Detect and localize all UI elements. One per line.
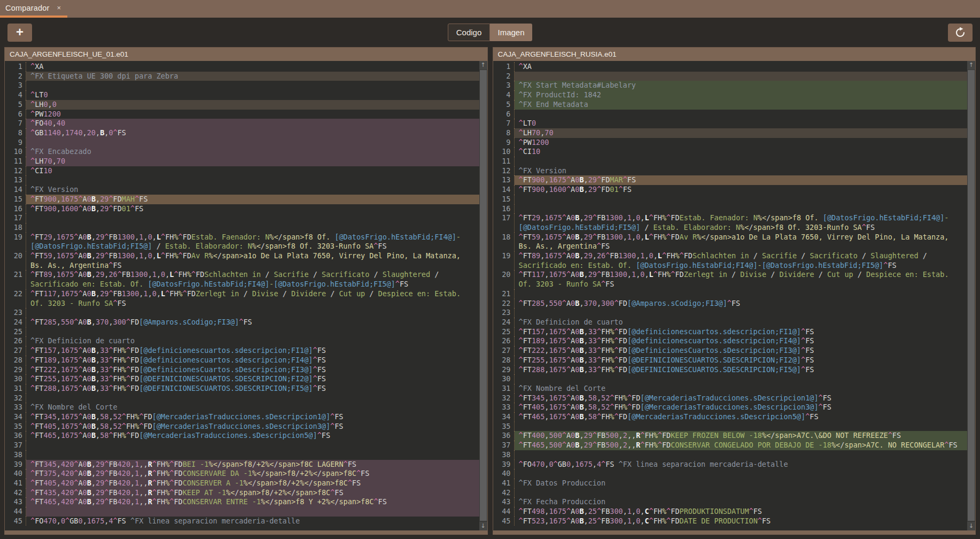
code-line: 12^FX Version bbox=[493, 166, 968, 176]
line-number: 17 bbox=[493, 213, 515, 232]
code-line: 7^LT0 bbox=[493, 119, 968, 128]
line-number: 37 bbox=[493, 441, 515, 450]
line-text bbox=[515, 374, 968, 384]
line-number: 31 bbox=[5, 384, 26, 394]
line-number: 6 bbox=[5, 110, 26, 119]
line-number: 23 bbox=[493, 308, 515, 318]
codigo-button[interactable]: Codigo bbox=[448, 24, 490, 41]
scrollbar-right[interactable] bbox=[967, 61, 975, 530]
line-text: ^FX Encabezado bbox=[26, 147, 479, 157]
tab-comparador[interactable]: Comparador × bbox=[0, 0, 67, 18]
code-line: 10^CI10 bbox=[493, 147, 968, 157]
line-number: 14 bbox=[493, 185, 515, 195]
line-number: 20 bbox=[5, 251, 26, 270]
scroll-up-icon[interactable] bbox=[967, 61, 975, 70]
line-number: 29 bbox=[5, 365, 26, 375]
code-line: 8^GB1140,1740,20,B,0^FS bbox=[5, 128, 479, 138]
line-number: 44 bbox=[493, 507, 515, 517]
line-text bbox=[515, 157, 968, 166]
editor-body-right: 1^XA2 3^FX Start Metadata#Labelary4^FX P… bbox=[493, 61, 976, 530]
scroll-thumb-left[interactable] bbox=[480, 70, 487, 521]
line-text: ^FX Start Metadata#Labelary bbox=[515, 81, 968, 90]
line-number: 10 bbox=[5, 147, 26, 157]
code-line: 25 bbox=[5, 327, 479, 337]
scroll-down-icon[interactable] bbox=[479, 522, 487, 530]
line-number: 28 bbox=[493, 356, 515, 365]
code-line: 11^LH70,70 bbox=[5, 157, 479, 166]
code-line: 9 bbox=[5, 138, 479, 148]
code-line: 43^FT465,420^A0B,29^FB420,1,,R^FH%^FDCON… bbox=[5, 497, 479, 507]
line-number: 15 bbox=[493, 195, 515, 204]
line-number: 33 bbox=[493, 403, 515, 412]
code-line: 18 bbox=[5, 223, 479, 233]
code-line: 44^FT498,1675^A0B,25^FB300,1,0,C^FH%^FDP… bbox=[493, 507, 968, 517]
code-line: 28^FT189,1675^A0B,33^FH%^FD[@definicione… bbox=[5, 356, 479, 365]
line-text: ^FT405,1675^A0B,58,52^FH%^FD[@Mercaderia… bbox=[26, 422, 479, 432]
code-line: 41^FT405,420^A0B,29^FB420,1,,R^FH%^FDCON… bbox=[5, 479, 479, 488]
code-line: 14^FX Version bbox=[5, 185, 479, 195]
line-text: ^GB1140,1740,20,B,0^FS bbox=[26, 128, 479, 138]
code-line: 7^FO40,40 bbox=[5, 119, 479, 128]
line-number: 7 bbox=[5, 119, 26, 128]
line-number: 5 bbox=[5, 100, 26, 110]
code-line: 32^FT345,1675^A0B,58,52^FH%^FD[@Mercader… bbox=[493, 394, 968, 403]
refresh-button[interactable] bbox=[948, 24, 973, 42]
code-line: 21^FT89,1675^A0B,29,26^FB1300,1,0,L^FH%^… bbox=[5, 270, 479, 289]
line-text: ^FT465,500^A0B,29^FB500,2,,R^FH%^FDCONSE… bbox=[515, 441, 968, 450]
code-line: 30^FT255,1675^A0B,33^FH%^FD[@DEFINICIONE… bbox=[5, 374, 479, 384]
line-text bbox=[515, 469, 968, 479]
line-number: 22 bbox=[5, 289, 26, 308]
line-number: 12 bbox=[5, 166, 26, 176]
toolbar: + Codigo Imagen bbox=[0, 18, 980, 47]
add-button[interactable]: + bbox=[7, 24, 32, 42]
line-text: ^FX Version bbox=[515, 166, 968, 176]
scrollbar-left[interactable] bbox=[479, 61, 487, 530]
file-name-right: CAJA_ARGENFLEISCH_RUSIA.e01 bbox=[493, 48, 976, 61]
line-text: ^FX End Metadata bbox=[515, 100, 968, 110]
line-number: 32 bbox=[5, 394, 26, 403]
line-text: ^FT900,1600^A0B,29^FD01^FS bbox=[26, 204, 479, 214]
line-text: ^LT0 bbox=[26, 90, 479, 100]
line-number: 8 bbox=[5, 128, 26, 138]
line-number: 36 bbox=[5, 431, 26, 441]
code-editor-right[interactable]: 1^XA2 3^FX Start Metadata#Labelary4^FX P… bbox=[493, 61, 968, 530]
line-number: 40 bbox=[5, 469, 26, 479]
line-text: ^FT900,1675^A0B,29^FDMAR^FS bbox=[515, 175, 968, 185]
line-number: 8 bbox=[493, 128, 515, 138]
refresh-icon bbox=[955, 27, 966, 38]
line-text: ^FT465,420^A0B,29^FB420,1,,R^FH%^FDCONSE… bbox=[26, 497, 479, 507]
scroll-thumb-right[interactable] bbox=[968, 70, 975, 521]
code-line: 25^FT157,1675^A0B,33^FH%^FD[@definicione… bbox=[493, 327, 968, 337]
close-icon[interactable]: × bbox=[57, 4, 61, 11]
line-number: 14 bbox=[5, 185, 26, 195]
line-number: 32 bbox=[493, 394, 515, 403]
scroll-up-icon[interactable] bbox=[479, 61, 487, 70]
line-text: ^FT288,1675^A0B,33^FH%^FD[@DEFINICIONESC… bbox=[515, 365, 968, 375]
line-number: 22 bbox=[493, 299, 515, 309]
code-line: 15 bbox=[493, 195, 968, 204]
line-text bbox=[26, 175, 479, 185]
line-text: ^LH70,70 bbox=[26, 157, 479, 166]
line-number: 38 bbox=[493, 450, 515, 460]
line-text: ^FT375,420^A0B,29^FB420,1,,R^FH%^FDCONSE… bbox=[26, 469, 479, 479]
line-text bbox=[26, 394, 479, 403]
code-line: 22^FT117,1675^A0B,29^FB1300,1,0,L^FH%^FD… bbox=[5, 289, 479, 308]
line-number: 26 bbox=[493, 336, 515, 346]
code-line: 29^FT288,1675^A0B,33^FH%^FD[@DEFINICIONE… bbox=[493, 365, 968, 375]
line-text: ^FT89,1675^A0B,29,26^FB1300,1,0,L^FH%^FD… bbox=[515, 251, 968, 270]
code-editor-left[interactable]: 1^XA2^FX Etiqueta UE 300 dpi para Zebra3… bbox=[5, 61, 479, 530]
line-text: ^FT222,1675^A0B,33^FH%^FD[@DefinicionesC… bbox=[515, 346, 968, 356]
line-text: ^CI10 bbox=[26, 166, 479, 176]
imagen-button[interactable]: Imagen bbox=[490, 24, 532, 41]
code-line: 39^FT345,420^A0B,29^FB420,1,,R^FH%^FDBEI… bbox=[5, 460, 479, 469]
code-line: 22^FT285,550^A0B,370,300^FD[@Amparos.sCo… bbox=[493, 299, 968, 309]
line-text: ^FT59,1675^A0B,29^FB1300,1,0,L^FH%^FDAv … bbox=[26, 251, 479, 270]
code-line: 38 bbox=[493, 450, 968, 460]
code-line: 12^CI10 bbox=[5, 166, 479, 176]
code-line: 24^FT285,550^A0B,370,300^FD[@Amparos.sCo… bbox=[5, 318, 479, 327]
line-number: 19 bbox=[5, 233, 26, 251]
line-number: 30 bbox=[493, 374, 515, 384]
scroll-down-icon[interactable] bbox=[967, 522, 975, 530]
line-text: ^FT288,1675^A0B,33^FH%^FD[@DEFINICIONESC… bbox=[26, 384, 479, 394]
line-number: 6 bbox=[493, 110, 515, 119]
